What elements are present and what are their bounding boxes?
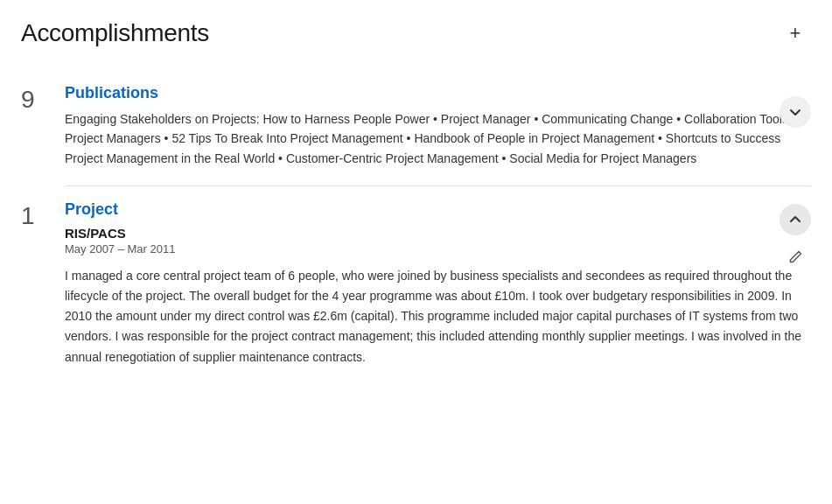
project-dates: May 2007 – Mar 2011 [65, 242, 811, 256]
section-divider [65, 186, 811, 186]
chevron-up-icon [788, 213, 802, 227]
project-count: 1 [21, 202, 65, 230]
publications-content: Publications Engaging Stakeholders on Pr… [65, 84, 811, 168]
project-section: 1 Project RIS/PACS May 2007 – Mar 2011 I… [21, 193, 811, 377]
plus-icon: + [790, 22, 801, 45]
project-action-buttons [780, 204, 811, 274]
project-edit-button[interactable] [780, 242, 811, 274]
project-collapse-button[interactable] [780, 204, 811, 235]
publications-count: 9 [21, 86, 65, 114]
page-container: Accomplishments + 9 Publications Engagin… [0, 0, 832, 399]
publications-title[interactable]: Publications [65, 84, 811, 102]
project-section-header: 1 Project RIS/PACS May 2007 – Mar 2011 I… [21, 193, 811, 377]
project-title[interactable]: Project [65, 200, 811, 219]
project-content: Project RIS/PACS May 2007 – Mar 2011 I m… [65, 200, 811, 367]
page-title: Accomplishments [21, 19, 209, 47]
publications-section: 9 Publications Engaging Stakeholders on … [21, 74, 811, 178]
page-header: Accomplishments + [21, 18, 811, 49]
add-accomplishment-button[interactable]: + [780, 18, 811, 49]
project-name: RIS/PACS [65, 226, 811, 241]
project-description: I managed a core central project team of… [65, 266, 811, 367]
publications-body: Engaging Stakeholders on Projects: How t… [65, 109, 811, 168]
publications-section-header: 9 Publications Engaging Stakeholders on … [21, 74, 811, 178]
edit-icon [787, 249, 803, 268]
publications-toggle-button[interactable] [780, 96, 811, 128]
chevron-down-icon [788, 105, 802, 119]
